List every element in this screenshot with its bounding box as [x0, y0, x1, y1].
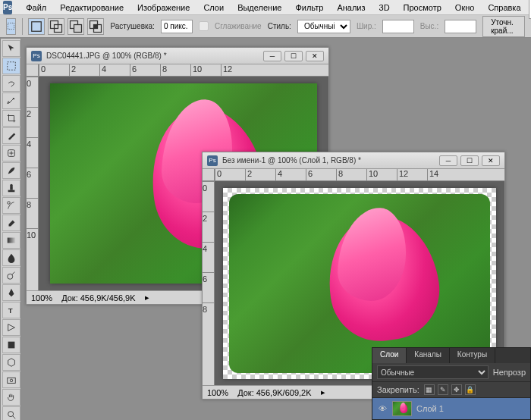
marquee-sub-icon[interactable]	[68, 18, 84, 35]
feather-label: Растушевка:	[110, 22, 154, 30]
width-input	[382, 20, 414, 33]
chevron-right-icon[interactable]: ▸	[321, 387, 325, 397]
close-icon[interactable]: ✕	[482, 155, 500, 166]
pen-tool-icon[interactable]	[2, 284, 20, 301]
screen-mode-icon[interactable]: ▦ ▾	[529, 0, 531, 19]
hand-tool-icon[interactable]	[2, 389, 20, 406]
close-icon[interactable]: ✕	[306, 51, 324, 61]
marquee-rect-icon[interactable]	[28, 18, 45, 35]
menu-layers[interactable]: Слои	[197, 1, 230, 14]
shape-tool-icon[interactable]	[2, 337, 20, 353]
menu-file[interactable]: Файл	[20, 1, 52, 14]
marquee-intersect-icon[interactable]	[87, 18, 104, 35]
layers-panel[interactable]: Слои Каналы Контуры Обычные Непрозр Закр…	[372, 347, 531, 420]
menu-bar: Ps Файл Редактирование Изображение Слои …	[0, 0, 531, 15]
style-label: Стиль:	[268, 22, 291, 30]
lock-paint-icon[interactable]: ✎	[438, 384, 448, 395]
svg-rect-15	[8, 238, 16, 243]
ruler-horizontal[interactable]: 024681012	[39, 64, 328, 77]
menu-image[interactable]: Изображение	[131, 1, 196, 14]
wand-tool-icon[interactable]	[2, 92, 20, 109]
ruler-corner	[27, 64, 39, 77]
stamp-tool-icon[interactable]	[2, 180, 20, 196]
svg-text:T: T	[8, 306, 13, 315]
menu-3d[interactable]: 3D	[373, 1, 396, 14]
tab-paths[interactable]: Контуры	[450, 348, 495, 363]
ruler-corner	[203, 169, 215, 181]
height-input	[445, 20, 476, 33]
marquee-add-icon[interactable]	[48, 18, 64, 35]
doc1-title: DSC04441.JPG @ 100% (RGB/8) *	[46, 52, 167, 60]
move-tool-icon[interactable]	[2, 40, 20, 57]
ruler-vertical[interactable]: 02468	[203, 181, 215, 385]
gradient-tool-icon[interactable]	[2, 232, 20, 249]
lasso-tool-icon[interactable]	[2, 75, 20, 92]
tulip-image-rounded	[229, 194, 490, 373]
antialias-checkbox	[199, 21, 209, 31]
svg-rect-9	[8, 62, 16, 71]
menu-help[interactable]: Справка	[482, 1, 526, 14]
doc2-title: Без имени-1 @ 100% (Слой 1, RGB/8) *	[222, 156, 361, 165]
blend-mode-select[interactable]: Обычные	[377, 365, 489, 379]
lock-all-icon[interactable]: 🔒	[465, 384, 476, 395]
visibility-icon[interactable]: 👁	[377, 403, 388, 414]
feather-input[interactable]	[161, 20, 193, 33]
eraser-tool-icon[interactable]	[2, 215, 20, 231]
svg-point-21	[8, 412, 14, 417]
menu-view[interactable]: Просмотр	[397, 1, 448, 14]
healing-tool-icon[interactable]	[2, 145, 20, 161]
refine-edge-button[interactable]: Уточн. край...	[482, 16, 525, 37]
svg-point-13	[10, 184, 13, 187]
camera-tool-icon[interactable]	[2, 371, 20, 388]
brush-tool-icon[interactable]	[2, 162, 20, 179]
svg-point-20	[10, 379, 13, 382]
doc2-zoom[interactable]: 100%	[207, 388, 228, 397]
crop-tool-icon[interactable]	[2, 110, 20, 127]
menu-analysis[interactable]: Анализ	[331, 1, 371, 14]
svg-rect-0	[8, 23, 14, 29]
minimize-icon[interactable]: ─	[439, 155, 457, 166]
chevron-right-icon[interactable]: ▸	[145, 293, 149, 302]
menu-edit[interactable]: Редактирование	[54, 1, 130, 14]
menu-select[interactable]: Выделение	[231, 1, 287, 14]
zoom-tool-icon[interactable]	[2, 406, 20, 420]
svg-rect-19	[8, 378, 16, 383]
doc1-titlebar[interactable]: Ps DSC04441.JPG @ 100% (RGB/8) * ─ ☐ ✕	[27, 48, 328, 64]
tool-preset-icon[interactable]	[6, 18, 16, 35]
maximize-icon[interactable]: ☐	[460, 155, 479, 166]
3d-tool-icon[interactable]	[2, 354, 20, 371]
minimize-icon[interactable]: ─	[263, 51, 281, 61]
ruler-vertical[interactable]: 0246810	[27, 77, 39, 290]
menu-window[interactable]: Окно	[449, 1, 481, 14]
doc2-docsize[interactable]: Док: 456,9K/609,2K	[237, 388, 311, 397]
layer-item[interactable]: 👁 Слой 1	[372, 398, 530, 419]
doc1-docsize[interactable]: Док: 456,9K/456,9K	[61, 293, 135, 302]
layer-name[interactable]: Слой 1	[416, 404, 444, 413]
tab-layers[interactable]: Слои	[372, 348, 407, 363]
svg-point-14	[8, 202, 11, 205]
svg-rect-5	[74, 24, 82, 32]
marquee-tool-icon[interactable]	[2, 58, 20, 74]
type-tool-icon[interactable]: T	[2, 302, 20, 318]
layer-thumbnail[interactable]	[392, 401, 412, 416]
eyedropper-tool-icon[interactable]	[2, 127, 20, 144]
history-brush-tool-icon[interactable]	[2, 197, 20, 214]
app-logo: Ps	[3, 1, 12, 14]
svg-rect-18	[8, 342, 15, 349]
width-label: Шир.:	[357, 22, 376, 30]
blur-tool-icon[interactable]	[2, 249, 20, 266]
ruler-horizontal[interactable]: 02468101214	[215, 169, 504, 181]
doc2-titlebar[interactable]: Ps Без имени-1 @ 100% (Слой 1, RGB/8) * …	[203, 152, 504, 169]
doc1-zoom[interactable]: 100%	[31, 293, 52, 302]
dodge-tool-icon[interactable]	[2, 267, 20, 284]
lock-transparency-icon[interactable]: ▦	[424, 384, 435, 395]
maximize-icon[interactable]: ☐	[284, 51, 303, 61]
toolbox: T	[0, 38, 21, 420]
path-tool-icon[interactable]	[2, 319, 20, 336]
doc-icon: Ps	[207, 155, 218, 166]
tab-channels[interactable]: Каналы	[407, 348, 450, 363]
menu-filter[interactable]: Фильтр	[289, 1, 329, 14]
style-select[interactable]: Обычный	[297, 20, 350, 33]
lock-position-icon[interactable]: ✥	[451, 384, 462, 395]
lock-label: Закрепить:	[377, 385, 419, 394]
